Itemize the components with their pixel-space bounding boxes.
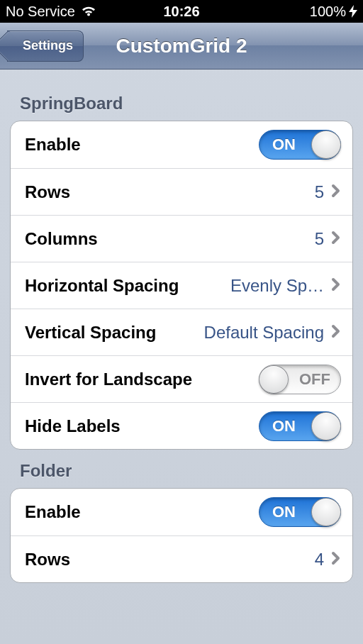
toggle-enable-folder[interactable]: ON: [259, 497, 341, 527]
chevron-right-icon: [331, 324, 341, 341]
toggle-label: ON: [272, 498, 296, 526]
row-value: 5: [70, 182, 324, 202]
row-label: Invert for Landscape: [25, 370, 192, 389]
row-enable-folder: Enable ON: [11, 489, 352, 535]
row-label: Enable: [25, 135, 81, 155]
row-columns[interactable]: Columns 5: [11, 215, 352, 262]
chevron-right-icon: [331, 277, 341, 294]
toggle-invert-landscape[interactable]: OFF: [259, 365, 341, 394]
row-value: Evenly Sp…: [179, 276, 324, 296]
chevron-right-icon: [331, 184, 341, 201]
toggle-knob: [311, 498, 341, 526]
chevron-right-icon: [331, 551, 341, 568]
toggle-knob: [311, 131, 341, 159]
toggle-knob: [311, 412, 341, 440]
row-label: Rows: [25, 182, 70, 202]
row-hide-labels: Hide Labels ON: [11, 402, 352, 449]
section-header-folder: Folder: [10, 450, 353, 488]
row-enable: Enable ON: [11, 121, 352, 168]
row-label: Hide Labels: [25, 416, 121, 436]
section-springboard: Enable ON Rows 5 Columns 5 Horizontal Sp…: [10, 121, 353, 450]
row-label: Rows: [25, 550, 70, 570]
row-rows-folder[interactable]: Rows 4: [11, 535, 352, 582]
back-button[interactable]: Settings: [7, 30, 84, 62]
wifi-icon: [81, 6, 96, 17]
row-value: 4: [70, 550, 324, 570]
toggle-label: OFF: [299, 365, 330, 394]
carrier-text: No Service: [6, 4, 75, 20]
row-label: Vertical Spacing: [25, 323, 156, 343]
row-invert-landscape: Invert for Landscape OFF: [11, 355, 352, 402]
toggle-label: ON: [272, 131, 296, 159]
row-vertical-spacing[interactable]: Vertical Spacing Default Spacing: [11, 309, 352, 355]
status-bar: No Service 10:26 100%: [0, 0, 363, 23]
section-header-springboard: SpringBoard: [10, 82, 353, 121]
row-horizontal-spacing[interactable]: Horizontal Spacing Evenly Sp…: [11, 262, 352, 309]
row-label: Enable: [25, 502, 81, 522]
toggle-knob: [259, 365, 289, 394]
row-value: 5: [98, 229, 324, 249]
row-label: Horizontal Spacing: [25, 276, 179, 296]
chevron-right-icon: [331, 231, 341, 248]
bolt-icon: [349, 5, 357, 18]
section-folder: Enable ON Rows 4: [10, 488, 353, 583]
content: SpringBoard Enable ON Rows 5 Columns 5 H…: [0, 70, 363, 583]
nav-bar: Settings CustomGrid 2: [0, 23, 363, 70]
toggle-hide-labels[interactable]: ON: [259, 411, 341, 441]
row-rows[interactable]: Rows 5: [11, 168, 352, 215]
toggle-enable-springboard[interactable]: ON: [259, 130, 341, 160]
row-value: Default Spacing: [156, 323, 324, 343]
row-label: Columns: [25, 229, 98, 249]
back-button-label: Settings: [23, 38, 73, 53]
toggle-label: ON: [272, 412, 296, 440]
battery-text: 100%: [310, 4, 346, 20]
clock: 10:26: [163, 4, 199, 20]
